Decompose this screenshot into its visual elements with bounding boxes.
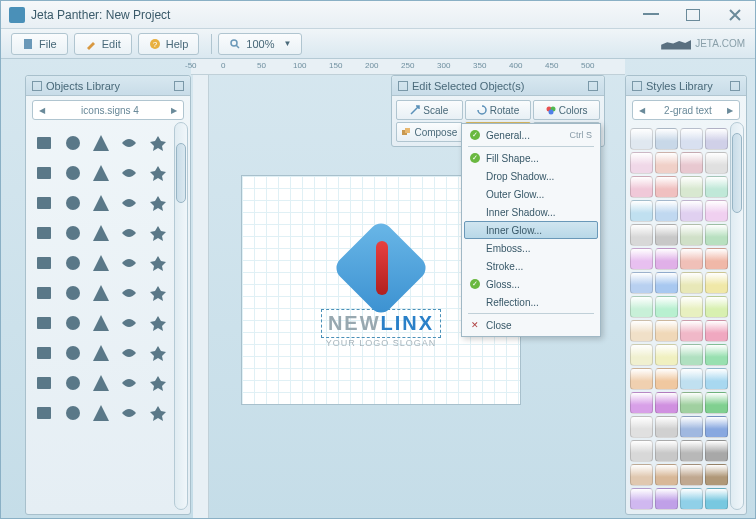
style-swatch[interactable] <box>680 416 703 438</box>
library-icon-coin[interactable] <box>115 188 143 218</box>
style-swatch[interactable] <box>705 488 728 510</box>
close-button[interactable] <box>723 6 747 24</box>
style-swatch[interactable] <box>630 224 653 246</box>
library-icon-cloud[interactable] <box>115 218 143 248</box>
library-icon-radio[interactable] <box>115 128 143 158</box>
style-swatch[interactable] <box>655 248 678 270</box>
style-swatch[interactable] <box>680 296 703 318</box>
style-swatch[interactable] <box>680 344 703 366</box>
menu-inner-shadow[interactable]: Inner Shadow... <box>464 203 598 221</box>
compose-button[interactable]: Compose <box>396 122 463 142</box>
menu-reflection[interactable]: Reflection... <box>464 293 598 311</box>
maximize-button[interactable] <box>681 6 705 24</box>
style-swatch[interactable] <box>705 440 728 462</box>
rotate-button[interactable]: Rotate <box>465 100 532 120</box>
library-icon-cello[interactable] <box>58 368 86 398</box>
library-icon-monitor[interactable] <box>30 128 58 158</box>
library-icon-tree-person[interactable] <box>58 158 86 188</box>
slogan-text[interactable]: YOUR LOGO SLOGAN <box>326 338 437 348</box>
style-swatch[interactable] <box>630 368 653 390</box>
panel-toggle-icon[interactable] <box>398 81 408 91</box>
style-swatch[interactable] <box>655 296 678 318</box>
style-swatch[interactable] <box>680 176 703 198</box>
library-icon-globe[interactable] <box>87 128 115 158</box>
style-swatch[interactable] <box>705 248 728 270</box>
scrollbar[interactable] <box>174 122 188 510</box>
style-swatch[interactable] <box>655 344 678 366</box>
menu-outer-glow[interactable]: Outer Glow... <box>464 185 598 203</box>
library-icon-face[interactable] <box>87 188 115 218</box>
library-icon-sax[interactable] <box>30 248 58 278</box>
style-swatch[interactable] <box>680 440 703 462</box>
style-swatch[interactable] <box>705 368 728 390</box>
menu-close[interactable]: ✕Close <box>464 316 598 334</box>
style-swatch[interactable] <box>630 488 653 510</box>
style-swatch[interactable] <box>630 392 653 414</box>
style-swatch[interactable] <box>680 200 703 222</box>
library-icon-tape[interactable] <box>115 368 143 398</box>
library-icon-hand[interactable] <box>30 308 58 338</box>
library-icon-billiards[interactable] <box>58 188 86 218</box>
library-icon-tower[interactable] <box>30 398 58 428</box>
style-swatch[interactable] <box>705 224 728 246</box>
panel-toggle-icon[interactable] <box>632 81 642 91</box>
style-swatch[interactable] <box>680 272 703 294</box>
panel-toggle-icon[interactable] <box>32 81 42 91</box>
style-swatch[interactable] <box>655 176 678 198</box>
style-swatch[interactable] <box>680 488 703 510</box>
style-swatch[interactable] <box>655 416 678 438</box>
style-swatch[interactable] <box>705 128 728 150</box>
library-icon-house[interactable] <box>115 278 143 308</box>
style-swatch[interactable] <box>680 464 703 486</box>
library-icon-oven[interactable] <box>58 128 86 158</box>
style-swatch[interactable] <box>630 440 653 462</box>
library-icon-blob[interactable] <box>144 218 172 248</box>
category-selector[interactable]: ◀ icons.signs 4 ▶ <box>32 100 184 120</box>
logo-shape[interactable] <box>346 233 416 303</box>
style-swatch[interactable] <box>655 224 678 246</box>
style-swatch[interactable] <box>655 488 678 510</box>
library-icon-compass[interactable] <box>87 338 115 368</box>
colors-button[interactable]: Colors <box>533 100 600 120</box>
file-menu[interactable]: File <box>11 33 68 55</box>
style-swatch[interactable] <box>680 224 703 246</box>
style-swatch[interactable] <box>705 344 728 366</box>
menu-fill-shape[interactable]: ✓Fill Shape... <box>464 149 598 167</box>
style-swatch[interactable] <box>630 200 653 222</box>
library-icon-needle[interactable] <box>58 338 86 368</box>
library-icon-building[interactable] <box>87 248 115 278</box>
library-icon-flame[interactable] <box>144 338 172 368</box>
library-icon-rose[interactable] <box>30 338 58 368</box>
library-icon-bolt[interactable] <box>144 308 172 338</box>
library-icon-camera[interactable] <box>144 128 172 158</box>
style-swatch[interactable] <box>655 320 678 342</box>
style-swatch[interactable] <box>705 320 728 342</box>
style-swatch[interactable] <box>680 128 703 150</box>
menu-inner-glow[interactable]: Inner Glow... <box>464 221 598 239</box>
library-icon-leaf[interactable] <box>87 308 115 338</box>
style-swatch[interactable] <box>630 320 653 342</box>
menu-general[interactable]: ✓General...Ctrl S <box>464 126 598 144</box>
style-swatch[interactable] <box>630 176 653 198</box>
library-icon-scissors[interactable] <box>58 248 86 278</box>
style-swatch[interactable] <box>705 464 728 486</box>
style-swatch[interactable] <box>630 128 653 150</box>
style-swatch[interactable] <box>705 176 728 198</box>
library-icon-snail[interactable] <box>115 308 143 338</box>
menu-emboss[interactable]: Emboss... <box>464 239 598 257</box>
panel-close-icon[interactable] <box>730 81 740 91</box>
library-icon-flag[interactable] <box>58 278 86 308</box>
menu-stroke[interactable]: Stroke... <box>464 257 598 275</box>
style-swatch[interactable] <box>655 464 678 486</box>
style-category-selector[interactable]: ◀ 2-grad text ▶ <box>632 100 740 120</box>
style-swatch[interactable] <box>630 416 653 438</box>
style-swatch[interactable] <box>680 392 703 414</box>
style-swatch[interactable] <box>705 416 728 438</box>
style-swatch[interactable] <box>630 344 653 366</box>
scale-button[interactable]: Scale <box>396 100 463 120</box>
library-icon-easel[interactable] <box>144 368 172 398</box>
help-menu[interactable]: ?Help <box>138 33 200 55</box>
library-icon-guitar[interactable] <box>115 248 143 278</box>
library-icon-ambulance[interactable] <box>30 188 58 218</box>
style-swatch[interactable] <box>655 440 678 462</box>
